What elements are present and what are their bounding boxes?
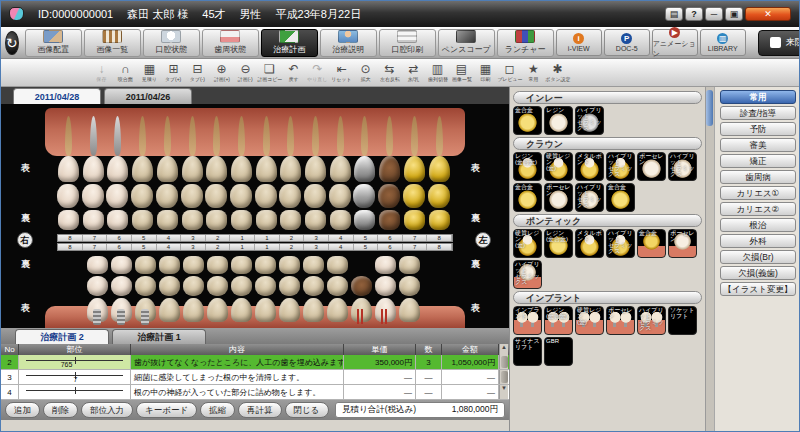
catalog-item-3-4[interactable]: ハイブリット セラミックス	[637, 306, 666, 335]
catalog-scrollbar-thumb[interactable]	[706, 90, 713, 126]
upper-front-tooth-1[interactable]	[83, 156, 104, 182]
upper-occlusal-tooth-14[interactable]	[403, 184, 425, 208]
upper-back-tooth-13[interactable]	[379, 210, 400, 230]
catalog-item-2-6[interactable]: ハイブリット セラミックス	[513, 260, 542, 289]
upper-front-tooth-13[interactable]	[379, 156, 400, 182]
side-menu-8[interactable]: 根治	[720, 218, 796, 232]
catalog-item-3-7[interactable]: GBR	[544, 337, 573, 366]
side-menu-11[interactable]: 欠損(義歯)	[720, 266, 796, 280]
action-6[interactable]: 閉じる	[285, 402, 329, 418]
lower-occlusal-tooth-13[interactable]	[399, 276, 420, 296]
upper-occlusal-tooth-1[interactable]	[82, 184, 104, 208]
upper-occlusal-tooth-5[interactable]	[181, 184, 203, 208]
catalog-item-0-2[interactable]: ハイブリット セラミックス	[575, 106, 604, 135]
catalog-item-1-2[interactable]: メタルボンド	[575, 152, 604, 181]
tool-5[interactable]: ⊕計画(+)	[211, 63, 232, 82]
lower-front-tooth-4[interactable]	[183, 298, 204, 322]
lower-back-tooth-3[interactable]	[159, 256, 180, 274]
upper-back-tooth-7[interactable]	[231, 210, 252, 230]
action-3[interactable]: キーボード	[136, 402, 197, 418]
tool-1[interactable]: ∩咬合面	[115, 63, 136, 82]
action-1[interactable]: 削除	[43, 402, 78, 418]
lower-front-tooth-3[interactable]	[159, 298, 180, 322]
lower-back-tooth-9[interactable]	[303, 256, 324, 274]
tool-7[interactable]: ❏計画コピー	[259, 63, 280, 82]
catalog-item-1-8[interactable]: ハイブリット セラミックス	[575, 183, 604, 212]
main-tab-6[interactable]: 口腔印刷	[379, 29, 436, 57]
plan-tab-1[interactable]: 治療計画 1	[112, 329, 206, 344]
lower-back-tooth-0[interactable]	[87, 256, 108, 274]
catalog-item-3-6[interactable]: サイナスリフト	[513, 337, 542, 366]
upper-back-tooth-0[interactable]	[58, 210, 79, 230]
catalog-item-1-5[interactable]: ハイブリット セラミックス	[668, 152, 697, 181]
lower-occlusal-tooth-10[interactable]	[327, 276, 348, 296]
upper-occlusal-tooth-15[interactable]	[428, 184, 450, 208]
upper-front-tooth-0[interactable]	[58, 156, 79, 182]
upper-front-tooth-10[interactable]	[305, 156, 326, 182]
lower-back-tooth-12[interactable]	[375, 256, 396, 274]
lower-back-tooth-2[interactable]	[135, 256, 156, 274]
quick-button-1[interactable]: PDOC-5	[604, 29, 650, 56]
lower-front-tooth-6[interactable]	[231, 298, 252, 322]
tool-16[interactable]: ▦印刷	[475, 63, 496, 82]
upper-front-tooth-7[interactable]	[231, 156, 252, 182]
upper-back-tooth-2[interactable]	[107, 210, 128, 230]
upper-occlusal-tooth-6[interactable]	[205, 184, 227, 208]
lower-back-tooth-7[interactable]	[255, 256, 276, 274]
table-row-0[interactable]: 2765歯が抜けてなくなったところに、人工の歯を埋め込みます。350,000円3…	[1, 355, 509, 370]
plan-tab-0[interactable]: 治療計画 2	[15, 329, 109, 344]
catalog-item-1-6[interactable]: 金合金	[513, 183, 542, 212]
table-scrollbar-track[interactable]	[499, 370, 508, 384]
main-tab-4[interactable]: 治療計画	[261, 29, 318, 57]
tool-3[interactable]: ⊞タブ(+)	[163, 63, 184, 82]
lower-back-tooth-5[interactable]	[207, 256, 228, 274]
catalog-item-2-0[interactable]: 硬質レジン (金)	[513, 229, 542, 258]
upper-occlusal-tooth-3[interactable]	[131, 184, 153, 208]
quick-button-2[interactable]: ▶アニメーション	[652, 29, 698, 56]
upper-occlusal-tooth-4[interactable]	[156, 184, 178, 208]
lower-front-tooth-7[interactable]	[255, 298, 276, 322]
catalog-item-1-3[interactable]: ハイブリット セラミックス	[606, 152, 635, 181]
upper-front-tooth-4[interactable]	[157, 156, 178, 182]
lower-occlusal-tooth-4[interactable]	[183, 276, 204, 296]
upper-back-tooth-1[interactable]	[83, 210, 104, 230]
upper-front-tooth-6[interactable]	[206, 156, 227, 182]
action-2[interactable]: 部位入力	[81, 402, 133, 418]
upper-front-tooth-14[interactable]	[404, 156, 425, 182]
catalog-item-3-2[interactable]: 硬質レジン (金)	[575, 306, 604, 335]
help-button[interactable]: ?	[685, 7, 703, 21]
upper-front-tooth-12[interactable]	[354, 156, 375, 182]
catalog-item-2-5[interactable]: ポーセレン	[668, 229, 697, 258]
catalog-item-1-4[interactable]: ポーセレン	[637, 152, 666, 181]
side-menu-9[interactable]: 外科	[720, 234, 796, 248]
table-scrollbar-thumb[interactable]	[501, 356, 508, 368]
catalog-item-0-0[interactable]: 金合金	[513, 106, 542, 135]
upper-back-tooth-14[interactable]	[404, 210, 425, 230]
upper-front-tooth-15[interactable]	[429, 156, 450, 182]
lower-front-tooth-13[interactable]	[399, 298, 420, 322]
catalog-item-2-4[interactable]: 金合金	[637, 229, 666, 258]
upper-front-tooth-9[interactable]	[280, 156, 301, 182]
main-tab-7[interactable]: ペンスコープ	[438, 29, 495, 57]
quick-button-0[interactable]: ii-VIEW	[556, 29, 602, 56]
upper-occlusal-tooth-9[interactable]	[279, 184, 301, 208]
upper-front-tooth-11[interactable]	[330, 156, 351, 182]
upper-front-tooth-3[interactable]	[132, 156, 153, 182]
table-scrollbar-thumb[interactable]	[501, 371, 508, 383]
minimize-button[interactable]: ─	[705, 7, 723, 21]
upper-occlusal-tooth-12[interactable]	[353, 184, 375, 208]
upper-back-tooth-4[interactable]	[157, 210, 178, 230]
lower-back-tooth-13[interactable]	[399, 256, 420, 274]
lower-front-tooth-9[interactable]	[303, 298, 324, 322]
catalog-scrollbar[interactable]	[705, 87, 714, 432]
upper-back-tooth-8[interactable]	[256, 210, 277, 230]
lower-occlusal-tooth-0[interactable]	[87, 276, 108, 296]
upper-back-tooth-6[interactable]	[206, 210, 227, 230]
upper-occlusal-tooth-11[interactable]	[329, 184, 351, 208]
restore-button[interactable]: ▣	[725, 7, 743, 21]
side-menu-0[interactable]: 常用	[720, 90, 796, 104]
lower-back-tooth-6[interactable]	[231, 256, 252, 274]
main-tab-2[interactable]: 口腔状態	[143, 29, 200, 57]
upper-front-tooth-2[interactable]	[107, 156, 128, 182]
main-tab-8[interactable]: ランチャー	[497, 29, 554, 57]
